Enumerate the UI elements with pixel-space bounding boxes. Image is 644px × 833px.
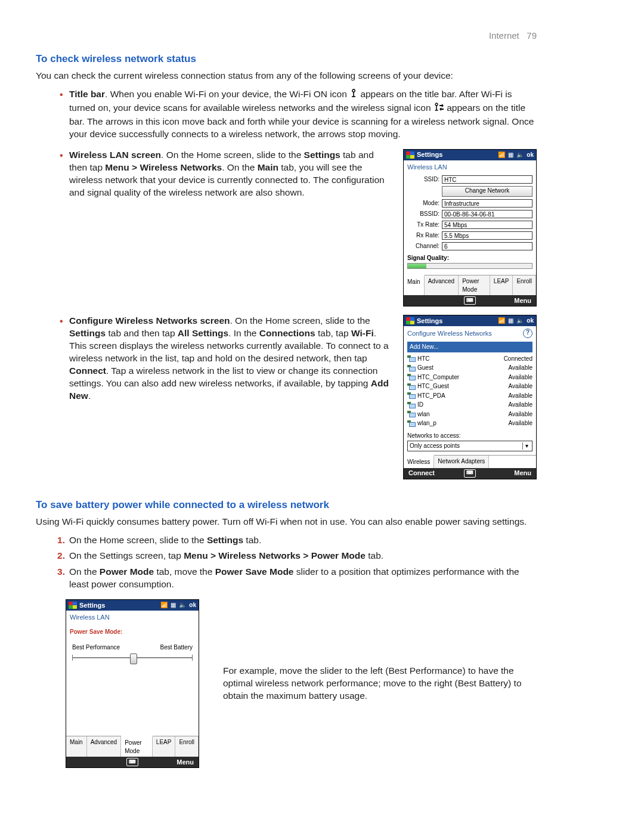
power-mode-example: Settings 📶 ▦ 🔈 ok Wireless LAN Power Sav… <box>36 599 537 768</box>
signal-icon: ▦ <box>508 317 513 325</box>
bullet-2-path: Menu > Wireless Networks <box>105 162 222 172</box>
wm-subheader-wlan: Wireless LAN <box>404 160 536 175</box>
list-item[interactable]: HTC_ComputerAvailable <box>407 373 532 382</box>
tab-power-mode[interactable]: Power Mode <box>121 736 153 757</box>
b3tc: . In the <box>228 328 259 338</box>
rxrate-field[interactable]: 5.5 Mbps <box>442 231 532 240</box>
channel-field[interactable]: 6 <box>442 242 532 250</box>
wm-footer: ⌨ Menu <box>404 295 536 306</box>
wm-footer: ⌨ Menu <box>66 757 199 767</box>
list-item[interactable]: GuestAvailable <box>407 363 532 373</box>
connect-button[interactable]: Connect <box>408 469 464 478</box>
start-flag-icon <box>69 602 77 609</box>
keyboard-icon[interactable]: ⌨ <box>464 469 476 478</box>
bullet-1-lead: Title bar <box>69 89 105 99</box>
wm-titlebar: Settings 📶 ▦ 🔈 ok <box>66 600 199 611</box>
ssid-field[interactable]: HTC <box>442 175 532 184</box>
step-3: On the Power Mode tab, move the Power Sa… <box>36 566 537 591</box>
wm-subheader-power: Wireless LAN <box>66 611 199 625</box>
page-header-section: Internet <box>489 30 519 41</box>
bullet-2-lead: Wireless LAN screen <box>69 150 161 160</box>
wm-footer: Connect ⌨ Menu <box>404 468 536 479</box>
tab-advanced[interactable]: Advanced <box>87 736 121 757</box>
step-2: On the Settings screen, tap Menu > Wirel… <box>36 550 537 562</box>
wm-title: Settings <box>417 317 498 326</box>
ok-button[interactable]: ok <box>189 601 196 609</box>
ok-button[interactable]: ok <box>527 317 534 325</box>
wlan-form: SSID:HTC Change Network Mode:Infrastruct… <box>404 175 536 272</box>
wifi-antenna-icon: 📶 <box>160 601 168 609</box>
menu-button[interactable]: Menu <box>476 469 531 478</box>
rxrate-label: Rx Rate: <box>407 231 442 240</box>
keyboard-icon[interactable]: ⌨ <box>464 296 476 305</box>
svg-point-0 <box>352 89 355 92</box>
steps-list: On the Home screen, slide to the Setting… <box>36 534 537 592</box>
signal-icon: ▦ <box>508 151 513 159</box>
signal-quality-bar <box>407 263 532 269</box>
bullet-2-main: Main <box>258 162 278 172</box>
tab-wireless[interactable]: Wireless <box>404 455 434 468</box>
power-save-slider[interactable] <box>72 652 193 663</box>
list-item[interactable]: IDAvailable <box>407 400 532 410</box>
txrate-field[interactable]: 54 Mbps <box>442 221 532 229</box>
bullet-1-text-a: . When you enable Wi-Fi on your device, … <box>105 89 349 99</box>
wm-titlebar: Settings 📶 ▦ 🔈 ok <box>404 315 536 326</box>
tab-enroll[interactable]: Enroll <box>513 275 536 295</box>
add-new-network[interactable]: Add New... <box>407 342 532 352</box>
bssid-field[interactable]: 00-0B-86-34-06-81 <box>442 210 532 218</box>
heading-save-battery: To save battery power while connected to… <box>36 498 537 512</box>
speaker-icon: 🔈 <box>516 151 524 159</box>
tab-leap[interactable]: LEAP <box>490 275 513 295</box>
tab-leap[interactable]: LEAP <box>153 736 176 757</box>
wifi-antenna-icon: 📶 <box>498 151 505 159</box>
change-network-button[interactable]: Change Network <box>442 186 532 197</box>
b3td: tab, tap <box>315 328 351 338</box>
power-tabs: Main Advanced Power Mode LEAP Enroll <box>66 736 199 757</box>
slider-thumb[interactable] <box>130 654 137 664</box>
bullet-2-settings: Settings <box>304 150 340 160</box>
network-icon <box>407 411 416 417</box>
bssid-label: BSSID: <box>407 210 442 218</box>
list-item[interactable]: HTC_GuestAvailable <box>407 382 532 391</box>
tab-network-adapters[interactable]: Network Adapters <box>434 456 489 468</box>
best-performance-label: Best Performance <box>72 643 120 652</box>
chevron-down-icon: ▾ <box>522 442 530 450</box>
menu-button[interactable]: Menu <box>476 296 531 305</box>
intro-paragraph: You can check the current wireless conne… <box>36 70 537 82</box>
heading-check-wireless-status: To check wireless network status <box>36 52 537 66</box>
signal-quality-label: Signal Quality: <box>407 253 532 262</box>
list-item[interactable]: HTC_PDAAvailable <box>407 391 532 401</box>
wifi-signal-icon <box>434 103 444 116</box>
tab-enroll[interactable]: Enroll <box>175 736 199 757</box>
wm-title: Settings <box>417 150 498 159</box>
tab-advanced[interactable]: Advanced <box>425 275 459 295</box>
tab-main[interactable]: Main <box>404 275 425 295</box>
slider-tick-right <box>192 655 193 661</box>
b3ta: . On the Home screen, slide to the <box>230 315 370 326</box>
network-icon <box>407 365 416 371</box>
ok-button[interactable]: ok <box>527 151 534 159</box>
fig-wireless-lan-screenshot: Settings 📶 ▦ 🔈 ok Wireless LAN SSID:HTC … <box>403 149 537 306</box>
network-icon <box>407 374 416 380</box>
list-item[interactable]: wlanAvailable <box>407 410 532 419</box>
bullet-3-lead: Configure Wireless Networks screen <box>69 315 230 326</box>
network-icon <box>407 420 416 426</box>
networks-to-access-select[interactable]: Only access points ▾ <box>407 441 532 451</box>
tray-icons: 📶 ▦ 🔈 ok <box>498 317 534 325</box>
menu-button[interactable]: Menu <box>138 758 194 767</box>
list-item[interactable]: wlan_pAvailable <box>407 419 532 428</box>
b3tg: . <box>88 391 91 401</box>
tab-main[interactable]: Main <box>66 736 87 757</box>
network-icon <box>407 392 416 398</box>
help-icon[interactable]: ? <box>523 329 532 338</box>
list-item[interactable]: HTCConnected <box>407 354 532 364</box>
tab-power-mode[interactable]: Power Mode <box>459 275 490 295</box>
slider-labels: Best Performance Best Battery <box>66 643 199 652</box>
svg-point-3 <box>435 103 438 106</box>
keyboard-icon[interactable]: ⌨ <box>126 758 138 766</box>
select-value: Only access points <box>410 442 460 450</box>
mode-field[interactable]: Infrastructure <box>442 199 532 208</box>
speaker-icon: 🔈 <box>516 317 524 325</box>
start-flag-icon <box>406 151 414 159</box>
fig-power-mode-screenshot: Settings 📶 ▦ 🔈 ok Wireless LAN Power Sav… <box>66 599 199 768</box>
